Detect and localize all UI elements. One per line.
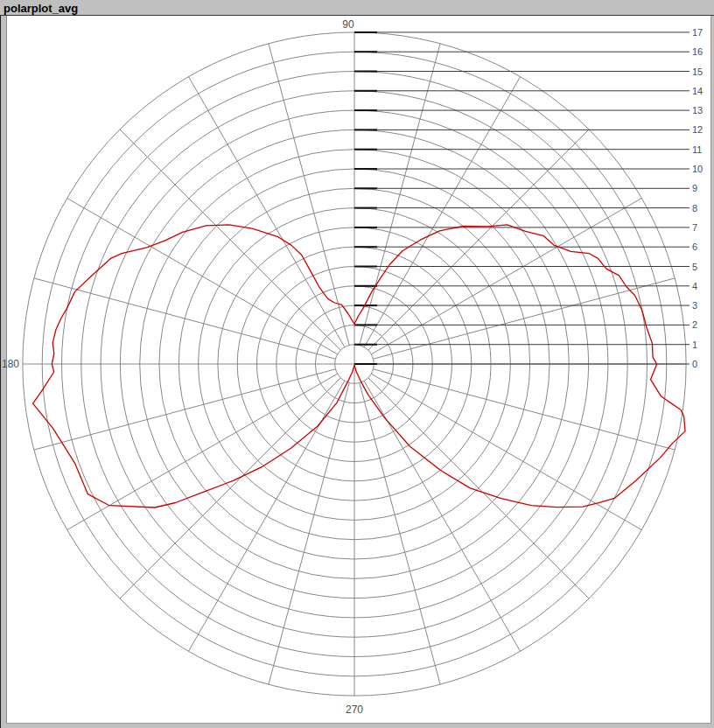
radial-tick-label: 0 xyxy=(692,359,697,369)
radial-tick-label: 6 xyxy=(692,242,697,252)
polar-chart: 0123456789101112131415161790180270 xyxy=(0,0,714,728)
radial-tick-label: 11 xyxy=(692,144,702,155)
radial-tick-label: 1 xyxy=(692,340,697,350)
radial-tick-label: 14 xyxy=(692,86,703,96)
radial-tick-label: 7 xyxy=(692,222,697,233)
radial-tick-label: 17 xyxy=(692,27,703,38)
radial-tick-label: 13 xyxy=(692,105,703,116)
radial-tick-label: 10 xyxy=(692,164,703,174)
radial-tick-label: 16 xyxy=(692,46,703,57)
graph-window: polarplot_avg 01234567891011121314151617… xyxy=(0,0,714,728)
radial-tick-label: 5 xyxy=(692,262,697,272)
radial-axis: 0123456789101112131415161790180270 xyxy=(2,18,703,716)
angle-label: 180 xyxy=(2,358,19,370)
radial-tick-label: 9 xyxy=(692,183,697,193)
radial-tick-label: 3 xyxy=(692,300,697,311)
radial-tick-label: 15 xyxy=(692,66,703,77)
radial-tick-label: 2 xyxy=(692,319,697,330)
radial-tick-label: 4 xyxy=(692,281,697,291)
angle-label: 90 xyxy=(342,18,354,31)
angle-label: 270 xyxy=(346,704,363,716)
radial-tick-label: 8 xyxy=(692,203,697,214)
radial-tick-label: 12 xyxy=(692,124,703,135)
